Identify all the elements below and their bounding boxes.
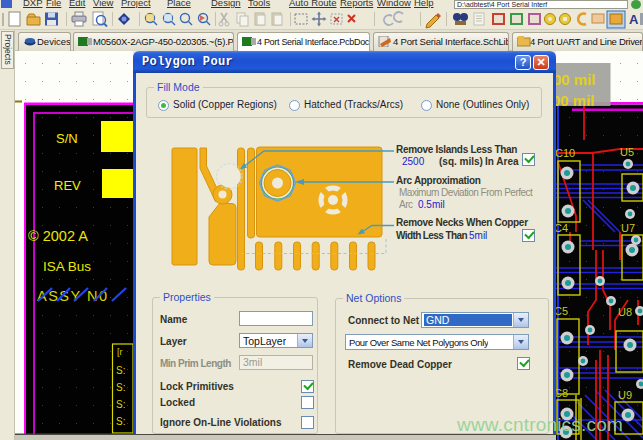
svg-text:S:: S: bbox=[116, 416, 125, 427]
svg-text:S/N: S/N bbox=[56, 131, 78, 146]
svg-text:© 2002 A: © 2002 A bbox=[28, 228, 88, 244]
svg-text:REV: REV bbox=[54, 178, 81, 193]
svg-text:U8: U8 bbox=[618, 306, 632, 318]
svg-text:U9: U9 bbox=[618, 389, 632, 401]
svg-text:S:: S: bbox=[116, 399, 125, 410]
svg-text:00 mil: 00 mil bbox=[553, 71, 596, 88]
svg-text:U7: U7 bbox=[621, 222, 635, 234]
svg-text:ISA Bus: ISA Bus bbox=[43, 259, 91, 274]
svg-text:00 mil: 00 mil bbox=[552, 92, 595, 109]
svg-text:S:: S: bbox=[116, 382, 125, 393]
svg-text:U5: U5 bbox=[620, 146, 634, 158]
svg-text:C8: C8 bbox=[554, 387, 568, 399]
svg-text:[r: [r bbox=[117, 347, 123, 357]
svg-text:S:: S: bbox=[116, 365, 125, 376]
svg-text:A: A bbox=[629, 12, 639, 27]
